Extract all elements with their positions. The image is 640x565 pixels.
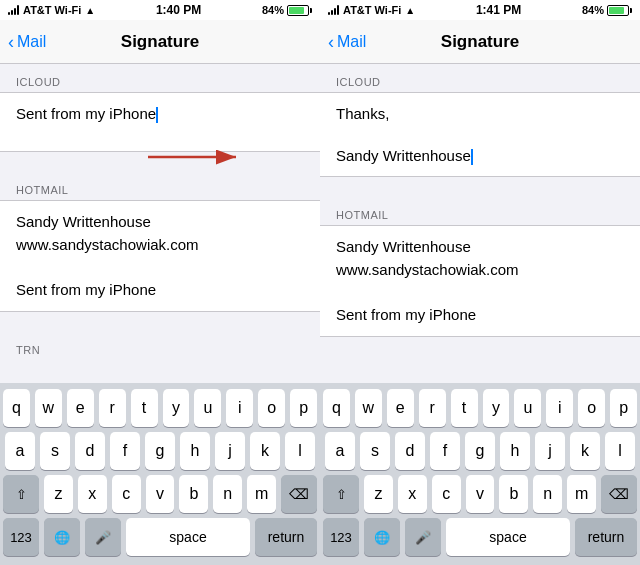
time-label-right: 1:41 PM (476, 3, 521, 17)
key-space-left[interactable]: space (126, 518, 250, 556)
keyboard-row-1-right: q w e r t y u i o p (323, 389, 637, 427)
key-123-right[interactable]: 123 (323, 518, 359, 556)
key-i-right[interactable]: i (546, 389, 573, 427)
key-n-right[interactable]: n (533, 475, 562, 513)
hotmail-signature-left[interactable]: Sandy Writtenhouse www.sandystachowiak.c… (0, 200, 320, 312)
time-label: 1:40 PM (156, 3, 201, 17)
key-e-left[interactable]: e (67, 389, 94, 427)
keyboard-right: q w e r t y u i o p a s d f g h j k l ⇧ … (320, 383, 640, 565)
key-return-right[interactable]: return (575, 518, 637, 556)
hotmail-header-left: HOTMAIL (0, 172, 320, 200)
key-g-left[interactable]: g (145, 432, 175, 470)
key-n-left[interactable]: n (213, 475, 242, 513)
key-x-right[interactable]: x (398, 475, 427, 513)
key-j-right[interactable]: j (535, 432, 565, 470)
signal-icon (8, 5, 19, 15)
key-f-right[interactable]: f (430, 432, 460, 470)
key-h-right[interactable]: h (500, 432, 530, 470)
key-v-right[interactable]: v (466, 475, 495, 513)
key-y-left[interactable]: y (163, 389, 190, 427)
key-o-left[interactable]: o (258, 389, 285, 427)
key-l-right[interactable]: l (605, 432, 635, 470)
key-a-right[interactable]: a (325, 432, 355, 470)
key-delete-left[interactable]: ⌫ (281, 475, 317, 513)
key-h-left[interactable]: h (180, 432, 210, 470)
wifi-icon: ▲ (85, 5, 95, 16)
key-r-right[interactable]: r (419, 389, 446, 427)
nav-title-right: Signature (441, 32, 519, 52)
key-z-right[interactable]: z (364, 475, 393, 513)
key-mic-right[interactable]: 🎤 (405, 518, 441, 556)
key-g-right[interactable]: g (465, 432, 495, 470)
back-button-right[interactable]: ‹ Mail (328, 33, 366, 51)
key-u-left[interactable]: u (194, 389, 221, 427)
key-q-left[interactable]: q (3, 389, 30, 427)
status-left: AT&T Wi-Fi ▲ (8, 4, 95, 16)
right-screen: AT&T Wi-Fi ▲ 1:41 PM 84% ‹ Mail Signatur… (320, 0, 640, 565)
key-f-left[interactable]: f (110, 432, 140, 470)
trn-header-left: TRN (0, 332, 320, 360)
key-a-left[interactable]: a (5, 432, 35, 470)
content-right: ICLOUD Thanks, Sandy Writtenhouse HOTMAI… (320, 64, 640, 383)
key-l-left[interactable]: l (285, 432, 315, 470)
status-bar-right: AT&T Wi-Fi ▲ 1:41 PM 84% (320, 0, 640, 20)
key-k-left[interactable]: k (250, 432, 280, 470)
key-s-left[interactable]: s (40, 432, 70, 470)
hotmail-section-left: HOTMAIL Sandy Writtenhouse www.sandystac… (0, 172, 320, 312)
key-b-right[interactable]: b (499, 475, 528, 513)
key-delete-right[interactable]: ⌫ (601, 475, 637, 513)
key-o-right[interactable]: o (578, 389, 605, 427)
key-r-left[interactable]: r (99, 389, 126, 427)
trn-section-left: TRN (0, 332, 320, 360)
key-mic-left[interactable]: 🎤 (85, 518, 121, 556)
key-p-right[interactable]: p (610, 389, 637, 427)
key-v-left[interactable]: v (146, 475, 175, 513)
hotmail-spacer-right (336, 281, 624, 304)
key-p-left[interactable]: p (290, 389, 317, 427)
key-m-right[interactable]: m (567, 475, 596, 513)
key-space-right[interactable]: space (446, 518, 570, 556)
key-z-left[interactable]: z (44, 475, 73, 513)
key-m-left[interactable]: m (247, 475, 276, 513)
hotmail-line3-left: Sent from my iPhone (16, 279, 304, 302)
key-w-left[interactable]: w (35, 389, 62, 427)
icloud-signature-left[interactable]: Sent from my iPhone (0, 92, 320, 152)
nav-bar-right: ‹ Mail Signature (320, 20, 640, 64)
key-c-right[interactable]: c (432, 475, 461, 513)
hotmail-signature-right[interactable]: Sandy Writtenhouse www.sandystachowiak.c… (320, 225, 640, 337)
keyboard-row-2-right: a s d f g h j k l (323, 432, 637, 470)
left-screen: AT&T Wi-Fi ▲ 1:40 PM 84% ‹ Mail Signatur… (0, 0, 320, 565)
key-w-right[interactable]: w (355, 389, 382, 427)
hotmail-line2-right: www.sandystachowiak.com (336, 259, 624, 282)
key-c-left[interactable]: c (112, 475, 141, 513)
key-s-right[interactable]: s (360, 432, 390, 470)
key-u-right[interactable]: u (514, 389, 541, 427)
key-b-left[interactable]: b (179, 475, 208, 513)
key-q-right[interactable]: q (323, 389, 350, 427)
key-j-left[interactable]: j (215, 432, 245, 470)
key-x-left[interactable]: x (78, 475, 107, 513)
key-t-right[interactable]: t (451, 389, 478, 427)
key-shift-left[interactable]: ⇧ (3, 475, 39, 513)
hotmail-spacer-left (16, 256, 304, 279)
key-return-left[interactable]: return (255, 518, 317, 556)
wifi-icon-right: ▲ (405, 5, 415, 16)
key-d-left[interactable]: d (75, 432, 105, 470)
icloud-name-right: Sandy Writtenhouse (336, 145, 624, 166)
key-e-right[interactable]: e (387, 389, 414, 427)
key-i-left[interactable]: i (226, 389, 253, 427)
status-left-right: AT&T Wi-Fi ▲ (328, 4, 415, 16)
key-globe-right[interactable]: 🌐 (364, 518, 400, 556)
key-shift-right[interactable]: ⇧ (323, 475, 359, 513)
status-bar-left: AT&T Wi-Fi ▲ 1:40 PM 84% (0, 0, 320, 20)
battery-percent-right: 84% (582, 4, 604, 16)
hotmail-line1-left: Sandy Writtenhouse (16, 211, 304, 234)
key-globe-left[interactable]: 🌐 (44, 518, 80, 556)
back-button-left[interactable]: ‹ Mail (8, 33, 46, 51)
key-y-right[interactable]: y (483, 389, 510, 427)
key-k-right[interactable]: k (570, 432, 600, 470)
key-d-right[interactable]: d (395, 432, 425, 470)
key-t-left[interactable]: t (131, 389, 158, 427)
icloud-signature-right[interactable]: Thanks, Sandy Writtenhouse (320, 92, 640, 177)
key-123-left[interactable]: 123 (3, 518, 39, 556)
